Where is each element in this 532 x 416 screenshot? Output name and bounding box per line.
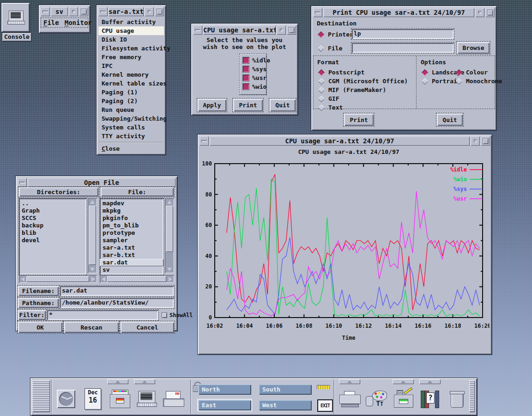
menu-item-ipc[interactable]: IPC [98, 61, 164, 70]
filter-field[interactable]: * [47, 310, 158, 320]
maximize-button[interactable] [155, 7, 164, 16]
checkbox-row-wio[interactable]: %wio [242, 82, 266, 91]
scroll-down-icon[interactable] [167, 268, 172, 271]
file-radio-row[interactable]: File [318, 44, 342, 53]
menu-item-paging-2[interactable]: Paging (2) [98, 97, 164, 105]
scroll-right-icon[interactable] [169, 277, 172, 281]
scroll-down-icon[interactable] [90, 268, 95, 271]
values-titlebar[interactable]: CPU usage sar-a.txt 2 [193, 25, 296, 35]
directory-item-[interactable]: .. [19, 200, 86, 207]
mail-icon[interactable] [160, 385, 187, 413]
subpanel-tab-printers[interactable] [339, 379, 360, 384]
menu-item-free-memory[interactable]: Free memory [98, 53, 164, 61]
menu-item-system-calls[interactable]: System calls [98, 123, 164, 132]
directories-hscrollbar[interactable] [19, 275, 97, 283]
applications-icon[interactable] [390, 385, 417, 413]
file-item-pm-to-blib[interactable]: pm_to_blib [100, 222, 163, 229]
sv-titlebar[interactable]: sv [41, 7, 88, 16]
directory-item-graph[interactable]: Graph [19, 207, 86, 214]
menu-monitor[interactable]: Monitor [62, 18, 95, 27]
minimize-button[interactable] [69, 7, 78, 16]
color-radio-monochrome[interactable] [456, 78, 462, 85]
chart-titlebar[interactable]: CPU usage sar-a.txt 24/10/97 [200, 136, 490, 146]
directories-scrollbar[interactable] [88, 198, 97, 273]
menu-item-cpu-usage[interactable]: CPU usage [98, 26, 164, 35]
checkbox-usr[interactable] [242, 74, 249, 81]
pathname-field[interactable]: /home/alanbur/StatsView/ [60, 298, 174, 308]
file-name-field[interactable] [352, 43, 453, 53]
print-titlebar[interactable]: Print CPU usage sar-a.txt 24/10/97 [313, 8, 495, 17]
open-file-titlebar[interactable]: Open File [18, 178, 175, 187]
print-dialog-quit-button[interactable]: Quit [437, 114, 463, 126]
checkbox-row-idle[interactable]: %idle [242, 56, 266, 65]
printer-icon[interactable] [336, 385, 363, 413]
maximize-button[interactable] [481, 136, 490, 146]
minimize-button[interactable] [471, 136, 480, 146]
orientation-radio-landscape[interactable] [422, 69, 428, 76]
subpanel-tab-apps[interactable] [393, 379, 414, 384]
maximize-button[interactable] [485, 8, 495, 17]
menu-item-filesystem-activity[interactable]: Filesystem activity [98, 44, 164, 53]
print-dialog-print-button[interactable]: Print [344, 114, 374, 126]
file-item-pkginfo[interactable]: pkginfo [100, 214, 163, 222]
rescan-button[interactable]: Rescan [64, 322, 119, 333]
minimize-button[interactable] [145, 7, 154, 16]
directory-item-devel[interactable]: devel [19, 237, 86, 244]
directory-item-sccs[interactable]: SCCS [19, 214, 86, 222]
checkbox-wio[interactable] [242, 83, 249, 90]
menu-item-paging-1[interactable]: Paging (1) [98, 88, 164, 97]
calendar-icon[interactable]: Dec 16 [79, 385, 106, 413]
format-radio-cgm-microsoft-office[interactable] [318, 78, 325, 85]
file-item-mapdev[interactable]: mapdev [100, 200, 163, 207]
apply-button[interactable]: Apply [198, 99, 226, 111]
file-item-mkpkg[interactable]: mkpkg [100, 207, 163, 214]
subpanel-tab-help[interactable] [419, 379, 441, 384]
file-item-sv[interactable]: sv [100, 266, 163, 274]
printer-radio[interactable] [318, 31, 324, 38]
subpanel-tab-files[interactable] [107, 379, 128, 384]
workspace-button-east[interactable]: East [198, 400, 251, 410]
showall-row[interactable]: ShowAll [162, 311, 193, 319]
menu-item-kernel-memory[interactable]: Kernel memory [98, 70, 164, 79]
style-manager-icon[interactable]: TT [363, 385, 390, 413]
file-item-sar-b-txt[interactable]: sar-b.txt [100, 251, 163, 259]
right-grip-handle[interactable] [469, 380, 475, 412]
format-radio-gif[interactable] [318, 96, 325, 102]
window-menu-button[interactable] [41, 7, 50, 16]
orientation-radio-portrait[interactable] [422, 78, 428, 85]
format-row-postscript[interactable]: Postscript [318, 68, 408, 77]
menu-item-close[interactable]: Close [98, 144, 164, 153]
file-item-sar-dat[interactable]: sar.dat [100, 259, 163, 266]
format-row-mif-framemaker[interactable]: MIF (FrameMaker) [318, 86, 408, 94]
checkbox-idle[interactable] [242, 57, 249, 64]
scroll-left-icon[interactable] [21, 277, 24, 281]
directories-list[interactable]: ..GraphSCCSbackupblibdevel [19, 198, 86, 275]
workspace-button-west[interactable]: West [259, 400, 312, 410]
window-menu-button[interactable] [18, 178, 27, 187]
menu-item-tty-activity[interactable]: TTY activity [98, 132, 164, 141]
scroll-right-icon[interactable] [91, 277, 95, 281]
menu-item-buffer-activity[interactable]: Buffer activity [98, 18, 164, 26]
files-list[interactable]: mapdevmkpkgpkginfopm_to_blibprototypesam… [100, 198, 163, 275]
left-grip-handle[interactable] [32, 380, 50, 412]
menu-item-kernel-table-sizes[interactable]: Kernel table sizes [98, 79, 164, 88]
quit-button[interactable]: Quit [270, 99, 296, 111]
window-menu-button[interactable] [313, 8, 322, 17]
maximize-button[interactable] [287, 25, 296, 35]
menu-item-swapping-switching[interactable]: Swapping/Switching [98, 114, 164, 123]
exit-button[interactable]: EXIT [317, 399, 333, 412]
file-item-sar-a-txt[interactable]: sar-a.txt [100, 244, 163, 251]
file-item-sampler[interactable]: sampler [100, 237, 163, 244]
color-radio-colour[interactable] [456, 69, 462, 76]
scroll-up-icon[interactable] [90, 200, 95, 204]
print-button[interactable]: Print [233, 99, 263, 111]
file-manager-icon[interactable] [106, 385, 133, 413]
format-radio-text[interactable] [318, 104, 325, 111]
format-radio-postscript[interactable] [318, 69, 325, 76]
menu-item-disk-io[interactable]: Disk IO [98, 35, 164, 44]
showall-checkbox[interactable] [162, 312, 167, 318]
scrollbar-thumb[interactable] [107, 276, 166, 282]
maximize-button[interactable] [79, 7, 88, 16]
window-menu-button[interactable] [98, 7, 108, 16]
format-row-gif[interactable]: GIF [318, 94, 408, 103]
